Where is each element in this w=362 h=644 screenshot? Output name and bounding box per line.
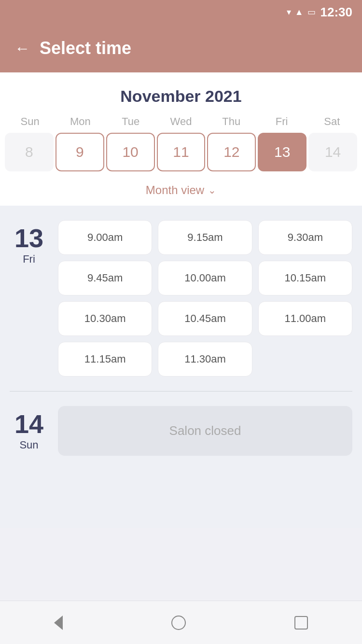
signal-icon: ▲	[295, 7, 304, 17]
back-nav-icon[interactable]	[54, 616, 63, 630]
wifi-icon: ▾	[287, 7, 291, 17]
time-slot-1015am[interactable]: 10.15am	[258, 261, 352, 295]
home-nav-icon[interactable]	[171, 616, 186, 630]
status-time: 12:30	[320, 5, 353, 20]
time-slot-945am[interactable]: 9.45am	[58, 261, 152, 295]
time-slot-1030am[interactable]: 10.30am	[58, 301, 152, 336]
back-button[interactable]: ←	[14, 40, 30, 57]
weekday-sun: Sun	[5, 115, 55, 128]
chevron-down-icon: ⌄	[208, 184, 216, 196]
day-divider	[10, 391, 352, 392]
page-title: Select time	[40, 38, 131, 58]
time-slot-1130am[interactable]: 11.30am	[158, 342, 252, 377]
battery-icon: ▭	[307, 7, 316, 17]
weekday-wed: Wed	[156, 115, 206, 128]
day-label-13: 13 Fri	[10, 220, 48, 266]
app-header: ← Select time	[0, 24, 362, 72]
month-view-toggle[interactable]: Month view ⌄	[0, 179, 362, 206]
time-slot-900am[interactable]: 9.00am	[58, 220, 152, 255]
date-cell-12[interactable]: 12	[207, 133, 256, 171]
time-slot-1100am[interactable]: 11.00am	[258, 301, 352, 336]
weekdays-row: Sun Mon Tue Wed Thu Fri Sat	[0, 115, 362, 128]
recent-nav-icon[interactable]	[294, 616, 308, 630]
closed-block-14: Salon closed	[58, 406, 352, 456]
dates-row: 8 9 10 11 12 13 14	[0, 133, 362, 179]
time-section: 13 Fri 9.00am 9.15am 9.30am 9.45am 10.00…	[0, 206, 362, 528]
time-slots-grid-13: 9.00am 9.15am 9.30am 9.45am 10.00am 10.1…	[58, 220, 352, 377]
calendar-section: November 2021 Sun Mon Tue Wed Thu Fri Sa…	[0, 72, 362, 206]
weekday-fri: Fri	[256, 115, 306, 128]
day-name-sun: Sun	[10, 439, 48, 451]
bottom-nav	[0, 601, 362, 644]
weekday-tue: Tue	[106, 115, 156, 128]
weekday-mon: Mon	[55, 115, 105, 128]
day-number-13: 13	[10, 225, 48, 251]
day-block-13: 13 Fri 9.00am 9.15am 9.30am 9.45am 10.00…	[10, 220, 352, 377]
time-slot-1115am[interactable]: 11.15am	[58, 342, 152, 377]
month-view-label: Month view	[146, 183, 204, 197]
status-bar: ▾ ▲ ▭ 12:30	[0, 0, 362, 24]
salon-closed-label: Salon closed	[169, 423, 241, 438]
date-cell-8[interactable]: 8	[5, 133, 54, 171]
month-year-title: November 2021	[0, 82, 362, 115]
date-cell-9[interactable]: 9	[56, 133, 104, 171]
salon-closed-card: Salon closed	[58, 406, 352, 456]
day-label-14: 14 Sun	[10, 406, 48, 451]
day-number-14: 14	[10, 411, 48, 437]
status-icons: ▾ ▲ ▭	[287, 7, 316, 17]
time-slot-915am[interactable]: 9.15am	[158, 220, 252, 255]
date-cell-14[interactable]: 14	[308, 133, 357, 171]
date-cell-13[interactable]: 13	[258, 133, 306, 171]
date-cell-10[interactable]: 10	[106, 133, 155, 171]
time-slot-1000am[interactable]: 10.00am	[158, 261, 252, 295]
date-cell-11[interactable]: 11	[157, 133, 206, 171]
day-name-fri: Fri	[10, 253, 48, 266]
day-block-14: 14 Sun Salon closed	[10, 406, 352, 456]
time-slot-930am[interactable]: 9.30am	[258, 220, 352, 255]
time-slot-1045am[interactable]: 10.45am	[158, 301, 252, 336]
weekday-sat: Sat	[307, 115, 357, 128]
weekday-thu: Thu	[206, 115, 256, 128]
